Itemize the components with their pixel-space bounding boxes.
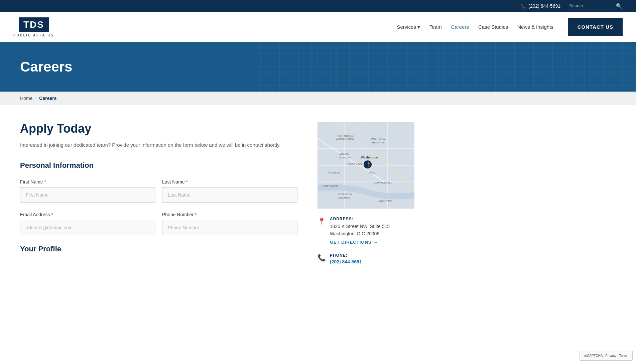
svg-text:COLUMBIA: COLUMBIA: [338, 197, 350, 199]
last-name-group: Last Name *: [162, 179, 297, 203]
main-nav: Services ▾ Team Careers Case Studies New…: [397, 18, 623, 36]
logo-sub: PUBLIC AFFAIRS: [13, 33, 54, 37]
sidebar: NORTHWEST WASHINGTON COLUMBIA HEIGHTS AD…: [317, 122, 414, 264]
your-profile-title: Your Profile: [20, 245, 297, 253]
search-button[interactable]: 🔍: [616, 3, 623, 9]
nav-services[interactable]: Services ▾: [397, 24, 420, 30]
address-line2: Washington, D.C 20006: [330, 230, 390, 237]
breadcrumb-home[interactable]: Home: [20, 96, 32, 101]
email-group: Email Address *: [20, 212, 155, 235]
logo-text: TDS: [18, 17, 49, 33]
svg-text:DISTRICT OF: DISTRICT OF: [338, 193, 352, 196]
chevron-down-icon: ▾: [417, 24, 420, 30]
personal-info-title: Personal Information: [20, 161, 297, 170]
apply-prefix: Apply: [20, 122, 57, 135]
header: TDS PUBLIC AFFAIRS Services ▾ Team Caree…: [0, 12, 636, 42]
name-row: First Name * Last Name *: [20, 179, 297, 203]
email-required: *: [51, 212, 53, 217]
arrow-right-icon: →: [374, 240, 378, 245]
hero-banner: Careers: [0, 42, 636, 92]
svg-text:FOGGY BO...: FOGGY BO...: [348, 163, 364, 166]
svg-text:HEIGHTS: HEIGHTS: [372, 141, 384, 144]
email-input[interactable]: [20, 220, 155, 235]
svg-text:WASHINGTON: WASHINGTON: [336, 138, 354, 141]
breadcrumb: Home › Careers: [0, 92, 636, 105]
svg-text:NOMA: NOMA: [369, 171, 378, 174]
svg-text:MORGAN: MORGAN: [339, 156, 351, 159]
contact-row: Email Address * Phone Number *: [20, 212, 297, 235]
address-content: ADDRESS: 1825 K Street NW, Suite 515 Was…: [330, 217, 390, 245]
phone-handset-icon: 📞: [317, 254, 326, 262]
phone-required: *: [195, 212, 197, 217]
address-pin-icon: 📍: [317, 217, 326, 225]
breadcrumb-separator: ›: [35, 96, 36, 101]
phone-label: Phone Number *: [162, 212, 297, 217]
svg-text:NAVY YARD: NAVY YARD: [379, 200, 392, 202]
nav-team[interactable]: Team: [429, 24, 442, 30]
breadcrumb-current: Careers: [39, 96, 56, 101]
svg-text:ROSSLYN: ROSSLYN: [328, 171, 340, 174]
contact-us-button[interactable]: CONTACT US: [568, 18, 623, 36]
apply-description: Interested in joining our dedicated team…: [20, 141, 297, 149]
phone-input[interactable]: [162, 220, 297, 235]
map-container: NORTHWEST WASHINGTON COLUMBIA HEIGHTS AD…: [317, 122, 414, 209]
hero-title: Careers: [20, 59, 616, 75]
get-directions-label: GET DIRECTIONS: [330, 240, 372, 245]
phone-icon: 📞: [521, 3, 526, 9]
nav-careers[interactable]: Careers: [451, 24, 469, 30]
address-label: ADDRESS:: [330, 217, 390, 221]
svg-text:CAPITOL HILL: CAPITOL HILL: [374, 181, 392, 184]
apply-heading: Apply Today: [20, 122, 297, 136]
top-bar: 📞 (202) 844-5691 🔍: [0, 0, 636, 12]
phone-block: 📞 PHONE: (202) 844-5691: [317, 253, 414, 264]
last-name-label: Last Name *: [162, 179, 297, 185]
last-name-required: *: [186, 179, 188, 185]
form-section: Apply Today Interested in joining our de…: [20, 122, 297, 264]
first-name-input[interactable]: [20, 187, 155, 203]
logo[interactable]: TDS PUBLIC AFFAIRS: [13, 17, 54, 37]
svg-text:COLUMBIA: COLUMBIA: [371, 138, 385, 141]
phone-label: PHONE:: [330, 253, 362, 258]
main-content: Apply Today Interested in joining our de…: [0, 105, 434, 281]
svg-text:NORTHWEST: NORTHWEST: [338, 134, 355, 137]
last-name-input[interactable]: [162, 187, 297, 203]
top-bar-phone-number: (202) 844-5691: [528, 3, 560, 9]
email-label: Email Address *: [20, 212, 155, 217]
first-name-group: First Name *: [20, 179, 155, 203]
svg-text:Washington: Washington: [361, 156, 378, 159]
svg-text:ADAMS: ADAMS: [339, 153, 349, 156]
phone-number[interactable]: (202) 844-5691: [330, 259, 362, 264]
first-name-label: First Name *: [20, 179, 155, 185]
phone-content: PHONE: (202) 844-5691: [330, 253, 362, 264]
phone-group: Phone Number *: [162, 212, 297, 235]
top-bar-search-area: 🔍: [567, 3, 623, 9]
address-line1: 1825 K Street NW, Suite 515: [330, 223, 390, 230]
svg-text:📍: 📍: [366, 162, 372, 167]
top-bar-phone: 📞 (202) 844-5691: [521, 3, 560, 9]
svg-text:FORT MYER: FORT MYER: [323, 185, 338, 188]
first-name-required: *: [44, 179, 46, 185]
get-directions-link[interactable]: GET DIRECTIONS →: [330, 240, 378, 245]
apply-highlight: Today: [57, 122, 91, 135]
nav-news-insights[interactable]: News & Insights: [517, 24, 553, 30]
map-svg: NORTHWEST WASHINGTON COLUMBIA HEIGHTS AD…: [317, 122, 414, 209]
nav-case-studies[interactable]: Case Studies: [478, 24, 508, 30]
search-input[interactable]: [567, 3, 614, 9]
address-block: 📍 ADDRESS: 1825 K Street NW, Suite 515 W…: [317, 217, 414, 245]
